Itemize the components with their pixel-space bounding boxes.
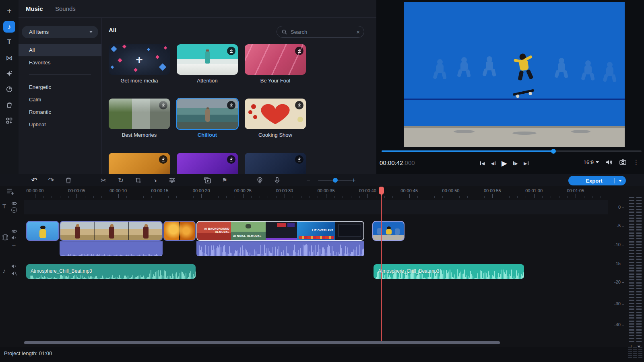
titles-icon[interactable]: T — [0, 36, 19, 48]
filters-icon[interactable] — [0, 83, 19, 95]
media-card-be-your-fool[interactable]: Be Your Fool — [245, 44, 306, 84]
ruler-label: 00:00:40 — [359, 188, 376, 193]
effects-icon[interactable] — [0, 68, 19, 80]
timeline-scrollbar[interactable] — [24, 341, 608, 344]
scene-detection-button[interactable] — [202, 174, 213, 186]
prev-frame-button[interactable]: ◀ — [491, 161, 495, 166]
title-track-sync-icon[interactable]: ↔ — [11, 207, 17, 213]
tab-music[interactable]: Music — [26, 5, 43, 12]
split-button[interactable]: ✂ — [98, 174, 109, 186]
video-track-mute-icon[interactable] — [11, 235, 17, 240]
attached-audio-1[interactable] — [60, 241, 163, 256]
download-icon[interactable] — [295, 101, 303, 109]
snapshot-icon[interactable] — [619, 159, 626, 165]
video-track-arrow-icon[interactable]: ← — [11, 242, 17, 248]
next-frame-button[interactable]: ◀ — [513, 161, 518, 166]
music-track-mute-icon[interactable] — [11, 264, 17, 269]
media-card-get-more[interactable]: + Get more media — [109, 44, 170, 84]
clip-properties-button[interactable] — [167, 174, 178, 186]
sidebar-item-upbeat[interactable]: Upbeat — [19, 118, 101, 131]
kebab-menu-icon[interactable]: ⋮ — [633, 158, 639, 166]
sidebar-item-energetic[interactable]: Energetic — [19, 81, 101, 93]
search-input[interactable] — [290, 29, 356, 35]
webcam-button[interactable] — [254, 174, 265, 186]
transitions-icon[interactable]: ⋈ — [0, 52, 19, 64]
download-icon[interactable] — [295, 155, 303, 164]
preview-panel: 00:00:42.000 ◀ ◀ ▶ ◀ ◀ 16:9 ⋮ — [376, 0, 644, 174]
video-clip-4[interactable]: AI BACKGROUND REMOVAL AI NOISE REMOVAL L… — [196, 221, 364, 241]
sidebar-item-all[interactable]: All — [19, 44, 101, 56]
volume-icon[interactable] — [606, 159, 613, 165]
media-card-best-memories[interactable]: Best Memories — [109, 99, 170, 138]
sidebar-item-romantic[interactable]: Romantic — [19, 106, 101, 118]
timeline-ruler[interactable] — [24, 194, 608, 198]
chevron-down-icon — [596, 161, 599, 163]
title-track[interactable] — [24, 200, 608, 214]
download-icon[interactable] — [227, 101, 235, 109]
title-track-icon: T — [2, 203, 6, 210]
music-clip-2[interactable]: Atmosphere_Chill_Beat.mp3 — [374, 264, 524, 279]
ruler-label: 00:01:00 — [525, 188, 543, 193]
scrollbar-thumb[interactable] — [24, 341, 500, 344]
resize-handle[interactable] — [628, 347, 642, 358]
microphone-button[interactable] — [272, 174, 282, 186]
preview-seekbar[interactable] — [382, 150, 642, 152]
play-button[interactable]: ▶ — [502, 159, 507, 168]
zoom-in-button[interactable]: + — [349, 174, 359, 186]
music-clip-1[interactable]: Atmosphere_Chill_Beat.mp3 — [26, 264, 196, 279]
video-track-visibility-icon[interactable] — [11, 229, 17, 234]
title-track-visibility-icon[interactable] — [11, 201, 17, 206]
aspect-ratio-dropdown[interactable]: 16:9 — [584, 159, 599, 165]
chevron-down-icon — [619, 180, 622, 182]
redo-button[interactable]: ↷ — [46, 174, 56, 186]
playhead-handle[interactable] — [379, 187, 384, 194]
video-clip-2[interactable] — [60, 221, 163, 241]
crop-button[interactable] — [133, 174, 143, 186]
video-clip-5[interactable] — [372, 221, 405, 241]
search-icon — [282, 29, 287, 35]
media-card[interactable] — [177, 153, 238, 174]
confetti-decoration — [109, 44, 170, 75]
media-card[interactable] — [245, 153, 306, 174]
card-title: Get more media — [109, 78, 170, 84]
clear-search-icon[interactable]: × — [356, 29, 360, 35]
marker-flag-button[interactable]: ⚑ — [219, 174, 230, 186]
attached-audio-2[interactable] — [196, 241, 364, 256]
media-card-cooking-show[interactable]: Cooking Show — [245, 99, 306, 138]
music-track-detach-icon[interactable] — [11, 271, 17, 276]
download-icon[interactable] — [159, 101, 167, 109]
download-icon[interactable] — [227, 47, 235, 55]
media-card-chillout[interactable]: Chillout — [177, 99, 238, 138]
media-card-attention[interactable]: Attention — [177, 44, 238, 84]
seekbar-handle[interactable] — [551, 149, 556, 154]
stickers-icon[interactable] — [0, 99, 19, 111]
color-adjust-button[interactable]: ◑ — [150, 174, 160, 186]
zoom-out-button[interactable]: − — [303, 174, 314, 186]
sidebar-item-calm[interactable]: Calm — [19, 93, 101, 106]
add-media-icon[interactable]: + — [0, 5, 19, 17]
filter-dropdown[interactable]: All items — [22, 26, 98, 38]
more-tools-icon[interactable] — [0, 115, 19, 127]
export-button[interactable]: Export — [568, 176, 626, 185]
preview-video — [404, 2, 625, 147]
skateboarder-frame — [404, 2, 625, 147]
skip-end-button[interactable]: ◀ — [524, 161, 528, 166]
timeline-zoom-slider[interactable] — [318, 180, 352, 181]
delete-button[interactable] — [63, 174, 74, 186]
undo-button[interactable]: ↶ — [29, 174, 39, 186]
rotate-button[interactable]: ↻ — [116, 174, 126, 186]
media-card[interactable] — [109, 153, 170, 174]
add-track-icon[interactable] — [6, 188, 14, 195]
tab-sounds[interactable]: Sounds — [55, 5, 76, 12]
audio-library-icon[interactable]: ♪ — [3, 21, 15, 33]
download-icon[interactable] — [295, 47, 303, 55]
download-icon[interactable] — [159, 155, 167, 164]
video-clip-1[interactable] — [26, 221, 59, 241]
ruler-label: 00:01:05 — [567, 188, 584, 193]
sidebar-item-favorites[interactable]: Favorites — [19, 56, 101, 69]
video-clip-3[interactable] — [163, 221, 196, 241]
skip-start-button[interactable]: ◀ — [480, 161, 485, 166]
slider-handle[interactable] — [333, 178, 338, 183]
download-icon[interactable] — [227, 155, 235, 164]
card-title: Be Your Fool — [245, 78, 306, 84]
